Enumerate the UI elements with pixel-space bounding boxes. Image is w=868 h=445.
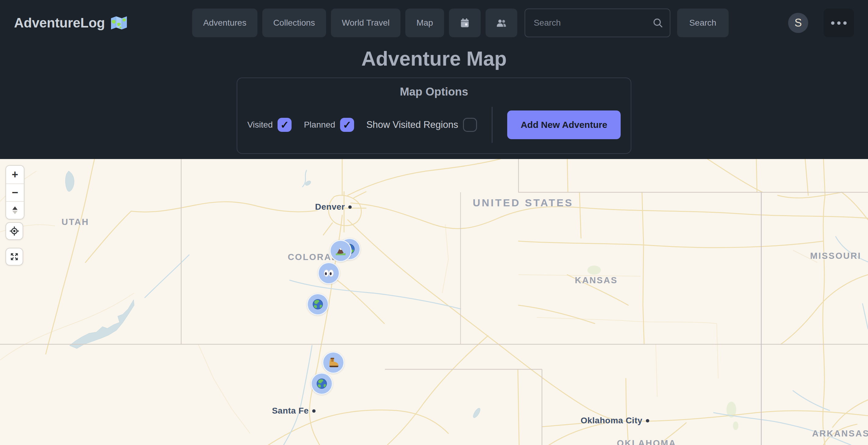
planned-checkbox[interactable]: ✓ (340, 118, 354, 132)
toggle-label: Planned (304, 120, 335, 130)
city-label-santa-fe: Santa Fe (272, 406, 316, 416)
eyes-marker[interactable] (318, 262, 340, 284)
add-new-adventure-button[interactable]: Add New Adventure (507, 111, 621, 139)
ellipsis-icon (831, 21, 834, 25)
globe-icon (312, 298, 324, 310)
toggle-visited: Visited✓ (247, 118, 292, 132)
search-input[interactable] (525, 8, 670, 37)
users-icon (496, 17, 507, 29)
city-dot (312, 409, 315, 413)
search-area: Search (525, 8, 728, 37)
state-label-kansas: KANSAS (575, 275, 618, 286)
toggle-label: Show Visited Regions (366, 119, 458, 130)
nav-item-collections[interactable]: Collections (262, 8, 326, 37)
map-options-card: Map Options Visited✓Planned✓Show Visited… (237, 78, 631, 154)
brand-link[interactable]: AdventureLog (14, 15, 127, 31)
fullscreen-icon (9, 251, 20, 262)
mountain-icon (335, 245, 347, 257)
adventurelog-app: AdventureLog AdventuresCollectionsWorld … (0, 0, 868, 445)
show-visited-regions-checkbox[interactable] (463, 118, 477, 132)
locate-icon (9, 226, 20, 236)
pitch-icon (10, 205, 20, 215)
mountain-marker[interactable] (330, 240, 352, 262)
options-divider (492, 107, 493, 143)
basemap (0, 159, 868, 445)
state-label-oklahoma: OKLAHOMA (617, 438, 677, 445)
city-label-oklahoma-city: Oklahoma City (581, 416, 649, 425)
state-label-arkansas: ARKANSAS (812, 428, 868, 439)
boot-icon (327, 356, 339, 369)
avatar[interactable]: S (788, 13, 808, 33)
avatar-initial: S (795, 17, 802, 29)
city-label-denver: Denver (315, 202, 352, 212)
map-options-title: Map Options (237, 85, 631, 98)
visited-checkbox[interactable]: ✓ (278, 118, 291, 132)
search-box (525, 8, 670, 37)
fullscreen-button[interactable] (5, 248, 23, 266)
map-zoom-controls: + − (5, 165, 24, 219)
navbar: AdventureLog AdventuresCollectionsWorld … (0, 0, 868, 46)
country-label-united-states: UNITED STATES (473, 197, 574, 209)
pitch-toggle-button[interactable] (6, 201, 24, 219)
toggles: Visited✓Planned✓Show Visited Regions (247, 118, 489, 132)
nav-icon-group (449, 8, 517, 37)
eyes-icon (323, 267, 335, 279)
nav-items: AdventuresCollectionsWorld TravelMap (192, 8, 444, 37)
zoom-in-button[interactable]: + (6, 166, 24, 183)
more-menu-button[interactable] (824, 8, 854, 37)
nav-right: S (788, 8, 854, 37)
locate-button[interactable] (5, 222, 23, 240)
nav-item-world-travel[interactable]: World Travel (331, 8, 401, 37)
globe-icon (316, 378, 328, 390)
brand-name: AdventureLog (14, 15, 105, 31)
world-map-icon (111, 16, 127, 30)
nav-item-map[interactable]: Map (405, 8, 444, 37)
boot-marker[interactable] (322, 352, 344, 374)
toggle-show-visited-regions: Show Visited Regions (366, 118, 477, 132)
map-options-row: Visited✓Planned✓Show Visited Regions Add… (237, 107, 631, 143)
page-header: Adventure Map Map Options Visited✓Planne… (0, 47, 868, 154)
nav-item-adventures[interactable]: Adventures (192, 8, 257, 37)
search-button[interactable]: Search (677, 8, 728, 37)
calendar-button[interactable] (449, 8, 480, 37)
toggle-label: Visited (247, 120, 273, 130)
city-dot (348, 205, 352, 209)
globe-marker[interactable] (307, 293, 329, 315)
toggle-planned: Planned✓ (304, 118, 354, 132)
zoom-out-button[interactable]: − (6, 183, 24, 201)
city-dot (646, 419, 649, 422)
calendar-icon (459, 17, 471, 29)
globe-marker[interactable] (311, 373, 333, 395)
state-label-utah: UTAH (62, 217, 89, 227)
state-label-missouri: MISSOURI (810, 251, 861, 261)
users-button[interactable] (486, 8, 517, 37)
page-title: Adventure Map (0, 47, 868, 70)
map-canvas[interactable]: + − (0, 159, 868, 445)
